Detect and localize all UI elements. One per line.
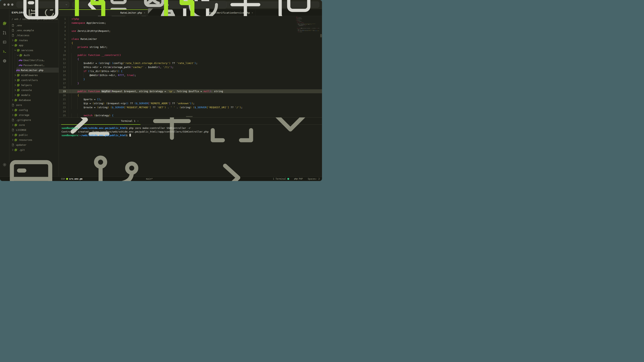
host-label: srv.env.pm [69, 178, 82, 180]
tree-item-database[interactable]: database [10, 97, 59, 102]
tree-item-label: updater [16, 143, 26, 146]
tree-item-emailverifica-[interactable]: phpEmailVerifica… [10, 58, 59, 63]
tree-item-.htaccess[interactable]: .htaccess [10, 33, 59, 38]
tree-item-console[interactable]: console [10, 87, 59, 92]
folder-icon [17, 88, 20, 92]
tab-overview-button[interactable] [270, 2, 319, 7]
tree-item-resources[interactable]: resources [10, 137, 59, 142]
editor-tab-ratelimiter.php[interactable]: RateLimiter.php✕ [59, 9, 148, 16]
chevron-down-icon [14, 49, 17, 52]
tree-item-.env.example[interactable]: .env.example [10, 28, 59, 33]
code-editor[interactable]: 1<?php2namespace App\Services;34use Zero… [59, 16, 322, 117]
tree-item-label: middlewares [21, 74, 38, 77]
sidebar-toggle-button[interactable] [17, 2, 65, 7]
horizontal-scrollbar-thumb[interactable] [186, 116, 192, 117]
code-line-1: 1<?php [59, 17, 322, 21]
terminal-count-status[interactable]: 1 Terminal [214, 150, 289, 181]
tree-item-license[interactable]: LICENSE [10, 127, 59, 132]
folder-icon [17, 93, 20, 97]
tree-item-.gitignore[interactable]: .gitignore [10, 117, 59, 122]
git-branch-status[interactable]: main* [88, 150, 153, 181]
code-line-19: 19public function keyFor(Request $reques… [59, 89, 322, 93]
code-line-13: 13$this->dir = rtrim(storage_path('cache… [59, 65, 322, 69]
tab-close-icon[interactable]: ✕ [252, 11, 253, 14]
tree-item-updater[interactable]: updater [10, 142, 59, 147]
tree-item-models[interactable]: models [10, 92, 59, 97]
code-line-7: 7{ [59, 41, 322, 45]
tree-item-config[interactable]: config [10, 107, 59, 112]
branch-label: main* [146, 178, 153, 180]
tab-close-icon[interactable]: ✕ [144, 11, 145, 14]
folder-icon [14, 44, 18, 47]
code-line-15: 15@mkdir($this->dir, 0777, true); [59, 73, 322, 77]
tree-item-label: storage [19, 114, 29, 116]
folder-icon [19, 54, 22, 57]
tab-label: RateLimiter.php [120, 11, 142, 14]
tree-item-label: console [21, 89, 32, 91]
folder-icon [14, 133, 18, 137]
php-file-icon: php [16, 69, 20, 71]
tab-label: EmailVerificationService.php [210, 11, 250, 14]
activity-item-terminal[interactable] [2, 49, 7, 54]
minimap[interactable]: <?phpnamespace App\Services;use Zero\Lib… [296, 17, 319, 57]
file-icon [11, 34, 14, 37]
vertical-scrollbar-thumb[interactable] [320, 34, 322, 37]
new-tab-button[interactable] [221, 2, 270, 7]
tree-item-passwordreset-[interactable]: phpPasswordReset… [10, 63, 59, 68]
activity-item-source-control[interactable] [2, 31, 7, 35]
chevron-right-icon [14, 84, 17, 87]
code-line-10: 10public function __construct() [59, 53, 322, 57]
chevron-down-icon [11, 44, 14, 47]
indentation-setting[interactable]: Spaces: 2 [308, 178, 320, 180]
tree-item-helpers[interactable]: helpers [10, 82, 59, 87]
terminal-count-label: 1 Terminal [273, 178, 286, 180]
tree-item-public[interactable]: public [10, 132, 59, 137]
tree-item-app[interactable]: app [10, 43, 59, 48]
tree-item-middlewares[interactable]: middlewares [10, 73, 59, 77]
tree-item-label: helpers [21, 84, 32, 87]
tree-item-zero[interactable]: zero [10, 102, 59, 107]
chevron-right-icon [11, 109, 14, 111]
code-line-24: 24 [59, 109, 322, 113]
chevron-right-icon [11, 133, 14, 136]
tree-item-label: database [19, 99, 31, 101]
folder-icon [14, 123, 18, 127]
terminal-tab-close-icon[interactable]: ✕ [137, 120, 138, 122]
folder-icon [17, 49, 20, 52]
chevron-right-icon [11, 138, 14, 141]
code-line-18: 18 [59, 85, 322, 89]
file-icon [11, 118, 14, 122]
language-mode[interactable]: php PHP [294, 178, 303, 180]
editor-tab-emailverificationservice.php[interactable]: EmailVerificationService.php✕ [148, 9, 256, 16]
folder-icon [14, 113, 18, 117]
tree-item-ratelimiter.php[interactable]: phpRateLimiter.php [10, 68, 59, 73]
activity-item-database[interactable] [2, 40, 7, 44]
terminal-status-dot [287, 178, 289, 180]
tree-item-storage[interactable]: storage [10, 112, 59, 117]
tree-item-auth[interactable]: Auth [10, 53, 59, 58]
zoom-window-button[interactable] [11, 3, 14, 6]
chevron-right-icon [11, 114, 14, 116]
tree-item-label: .htaccess [16, 34, 29, 37]
server-icon [2, 150, 60, 181]
ssh-label: SSH [61, 178, 65, 180]
tree-item-routes[interactable]: routes [10, 38, 59, 43]
close-window-button[interactable] [4, 3, 6, 6]
activity-item-files[interactable] [2, 21, 7, 25]
tree-item-core[interactable]: core [10, 122, 59, 127]
folder-icon [17, 73, 20, 77]
code-line-14: 14if (!is_dir($this->dir)) { [59, 69, 322, 73]
remote-status[interactable]: SSH srv.env.pm [2, 150, 82, 181]
activity-item-remote[interactable] [2, 59, 7, 63]
minimize-window-button[interactable] [7, 3, 10, 6]
language-label: PHP [299, 178, 303, 180]
tree-item-label: .gitignore [16, 119, 31, 121]
folder-icon [17, 78, 20, 82]
tree-item-services[interactable]: services [10, 48, 59, 53]
tree-item-label: zero [16, 104, 22, 106]
terminal-tab[interactable]: Terminal 1 ✕ [61, 117, 140, 125]
tree-item-controllers[interactable]: controllers [10, 77, 59, 82]
tree-item-label: services [21, 49, 33, 52]
tree-item-label: models [21, 94, 30, 96]
php-logo: php [294, 178, 298, 180]
